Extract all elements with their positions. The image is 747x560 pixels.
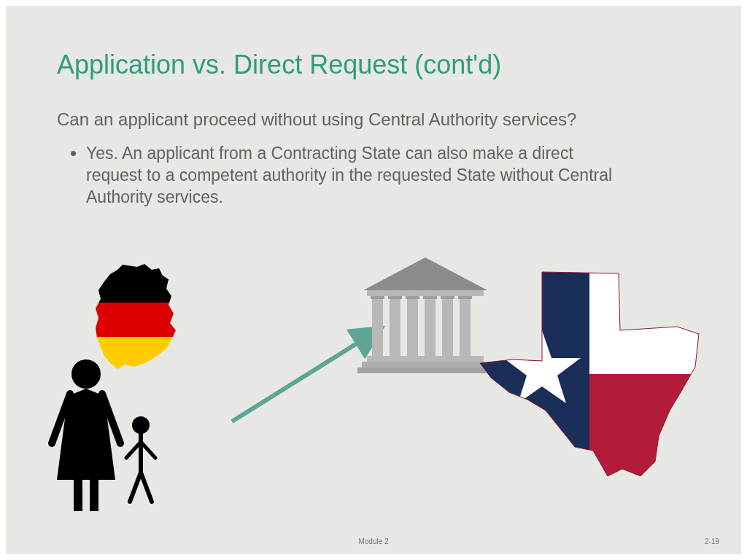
footer-module: Module 2: [6, 537, 741, 545]
svg-rect-33: [589, 374, 706, 487]
svg-rect-25: [423, 296, 437, 299]
svg-rect-16: [372, 298, 383, 356]
svg-rect-4: [74, 478, 82, 511]
svg-rect-0: [82, 261, 185, 303]
woman-child-icon: [46, 356, 170, 516]
svg-rect-19: [425, 298, 436, 356]
slide: Application vs. Direct Request (cont'd) …: [6, 6, 741, 554]
slide-title: Application vs. Direct Request (cont'd): [57, 50, 690, 80]
svg-rect-1: [82, 303, 185, 337]
svg-rect-29: [362, 362, 489, 368]
footer-page-number: 2-19: [705, 537, 719, 545]
bullet-item: Yes. An applicant from a Contracting Sta…: [86, 143, 690, 209]
svg-rect-21: [460, 298, 471, 356]
svg-rect-20: [442, 298, 453, 356]
svg-rect-15: [367, 290, 484, 296]
svg-line-10: [130, 472, 141, 502]
svg-point-6: [132, 416, 150, 434]
figure-area: [6, 261, 741, 525]
svg-line-11: [141, 472, 152, 502]
question-text: Can an applicant proceed without using C…: [57, 109, 690, 130]
svg-rect-27: [458, 296, 472, 299]
svg-rect-26: [441, 296, 454, 299]
svg-point-3: [71, 359, 101, 389]
bullet-list: Yes. An applicant from a Contracting Sta…: [57, 143, 690, 209]
svg-rect-28: [367, 356, 484, 362]
texas-map-icon: [473, 265, 706, 487]
svg-rect-32: [589, 265, 706, 374]
svg-rect-18: [407, 298, 418, 356]
svg-rect-24: [406, 296, 419, 299]
svg-rect-17: [390, 298, 400, 356]
svg-rect-23: [388, 296, 402, 299]
svg-rect-22: [371, 296, 384, 299]
svg-rect-5: [90, 478, 98, 511]
svg-marker-14: [363, 257, 487, 290]
